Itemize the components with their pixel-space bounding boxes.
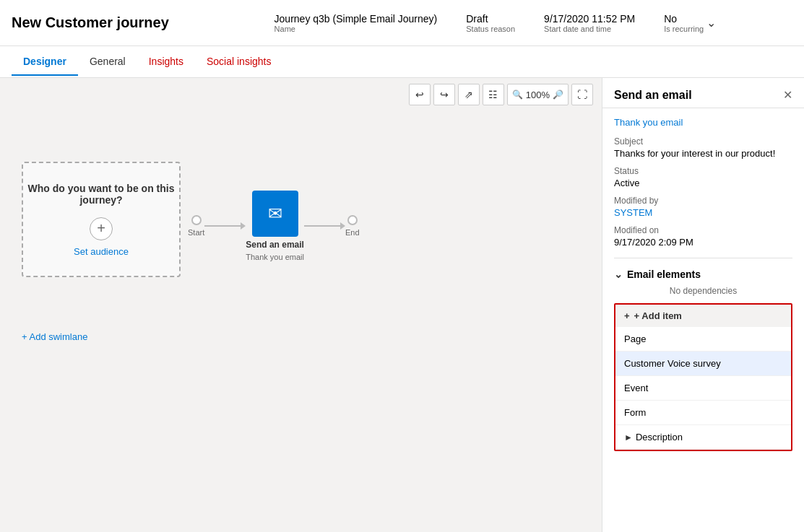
subject-label: Subject xyxy=(614,136,792,147)
set-audience-link[interactable]: Set audience xyxy=(74,246,129,257)
modified-on-label: Modified on xyxy=(614,225,792,235)
page-header: New Customer journey Journey q3b (Simple… xyxy=(0,0,804,46)
meta-status: Draft Status reason xyxy=(466,13,515,33)
modified-by-label: Modified by xyxy=(614,196,792,206)
start-label: Start xyxy=(188,228,204,237)
add-icon: + xyxy=(624,310,630,321)
end-label: End xyxy=(345,228,360,237)
email-elements-header[interactable]: ⌄ Email elements xyxy=(614,269,792,280)
status-label: Status xyxy=(614,166,792,176)
modified-on-value: 9/17/2020 2:09 PM xyxy=(614,237,792,248)
add-item-label: + Add item xyxy=(634,310,682,321)
status-value: Active xyxy=(614,178,792,188)
email-node-sublabel: Thank you email xyxy=(246,253,304,261)
tabs-bar: Designer General Insights Social insight… xyxy=(0,46,804,78)
page-title: New Customer journey xyxy=(12,14,169,31)
section-divider xyxy=(614,258,792,258)
dropdown-item-form[interactable]: Form xyxy=(615,401,791,425)
email-icon: ✉ xyxy=(268,204,282,224)
dropdown-item-event[interactable]: Event xyxy=(615,376,791,401)
no-dependencies-text: No dependencies xyxy=(614,286,792,296)
description-label: Description xyxy=(636,432,683,442)
section-chevron-icon: ⌄ xyxy=(614,269,623,280)
meta-status-label: Status reason xyxy=(466,25,515,33)
main-area: ↩ ↪ ⇗ ☷ 🔍 100% 🔎 ⛶ Who do you want to be… xyxy=(0,78,804,532)
panel-body: Thank you email Subject Thanks for your … xyxy=(602,108,804,532)
add-swimlane-button[interactable]: + Add swimlane xyxy=(22,331,87,342)
arrow-1 xyxy=(204,222,246,230)
zoom-out-icon[interactable]: 🔍 xyxy=(512,90,523,100)
email-node-label: Send an email xyxy=(246,240,304,250)
journey-flow-area: Who do you want to be on this journey? +… xyxy=(0,111,602,364)
start-node: Start xyxy=(188,215,204,237)
meta-start: 9/17/2020 11:52 PM Start date and time xyxy=(544,13,635,33)
meta-name-value: Journey q3b (Simple Email Journey) xyxy=(275,13,438,25)
panel-title: Send an email xyxy=(614,89,692,102)
audience-text: Who do you want to be on this journey? xyxy=(23,183,179,206)
tab-designer[interactable]: Designer xyxy=(12,48,78,76)
panel-header: Send an email ✕ xyxy=(602,78,804,108)
journey-canvas[interactable]: ↩ ↪ ⇗ ☷ 🔍 100% 🔎 ⛶ Who do you want to be… xyxy=(0,78,602,532)
zoom-control[interactable]: 🔍 100% 🔎 xyxy=(507,84,569,105)
journey-flow: Start ✉ Send an email Thank you email xyxy=(188,191,360,261)
meta-status-value: Draft xyxy=(466,13,515,25)
panel-close-button[interactable]: ✕ xyxy=(783,88,792,102)
dropdown-item-page[interactable]: Page xyxy=(615,327,791,352)
redo-button[interactable]: ↪ xyxy=(433,84,455,105)
audience-box[interactable]: Who do you want to be on this journey? +… xyxy=(22,162,181,277)
email-node[interactable]: ✉ Send an email Thank you email xyxy=(246,191,304,261)
tab-general[interactable]: General xyxy=(78,48,137,76)
arrow-2 xyxy=(304,222,345,230)
grid-button[interactable]: ☷ xyxy=(483,84,504,105)
right-panel: Send an email ✕ Thank you email Subject … xyxy=(602,78,804,532)
add-swimlane-label: + Add swimlane xyxy=(22,331,87,342)
expand-button[interactable]: ⇗ xyxy=(458,84,480,105)
modified-by-value[interactable]: SYSTEM xyxy=(614,207,792,218)
audience-plus-button[interactable]: + xyxy=(90,217,113,240)
email-elements-label: Email elements xyxy=(627,269,701,280)
end-node: End xyxy=(345,215,360,237)
fullscreen-button[interactable]: ⛶ xyxy=(571,84,593,105)
meta-start-label: Start date and time xyxy=(544,25,635,33)
chevron-down-icon[interactable]: ⌄ xyxy=(706,16,716,30)
zoom-level: 100% xyxy=(526,90,550,100)
email-node-box[interactable]: ✉ xyxy=(252,191,298,237)
undo-button[interactable]: ↩ xyxy=(409,84,431,105)
start-circle xyxy=(191,215,202,225)
add-item-button[interactable]: + + Add item xyxy=(615,305,791,327)
email-link[interactable]: Thank you email xyxy=(614,117,792,128)
dropdown-item-customer-voice[interactable]: Customer Voice survey xyxy=(615,352,791,376)
meta-recurring: No Is recurring ⌄ xyxy=(664,13,716,33)
meta-recurring-label: Is recurring xyxy=(664,25,704,33)
canvas-toolbar: ↩ ↪ ⇗ ☷ 🔍 100% 🔎 ⛶ xyxy=(0,78,602,111)
tab-insights[interactable]: Insights xyxy=(137,48,195,76)
meta-name: Journey q3b (Simple Email Journey) Name xyxy=(275,13,438,33)
description-chevron-icon: ► xyxy=(624,432,633,442)
meta-name-label: Name xyxy=(275,25,438,33)
dropdown-item-description[interactable]: ► Description xyxy=(615,425,791,450)
meta-start-value: 9/17/2020 11:52 PM xyxy=(544,13,635,25)
subject-value: Thanks for your interest in our product! xyxy=(614,148,792,159)
end-circle xyxy=(347,215,358,225)
header-meta: Journey q3b (Simple Email Journey) Name … xyxy=(198,13,792,33)
add-item-dropdown: + + Add item Page Customer Voice survey … xyxy=(614,303,792,451)
zoom-in-icon[interactable]: 🔎 xyxy=(553,90,563,100)
tab-social-insights[interactable]: Social insights xyxy=(195,48,283,76)
meta-recurring-value: No xyxy=(664,13,704,25)
